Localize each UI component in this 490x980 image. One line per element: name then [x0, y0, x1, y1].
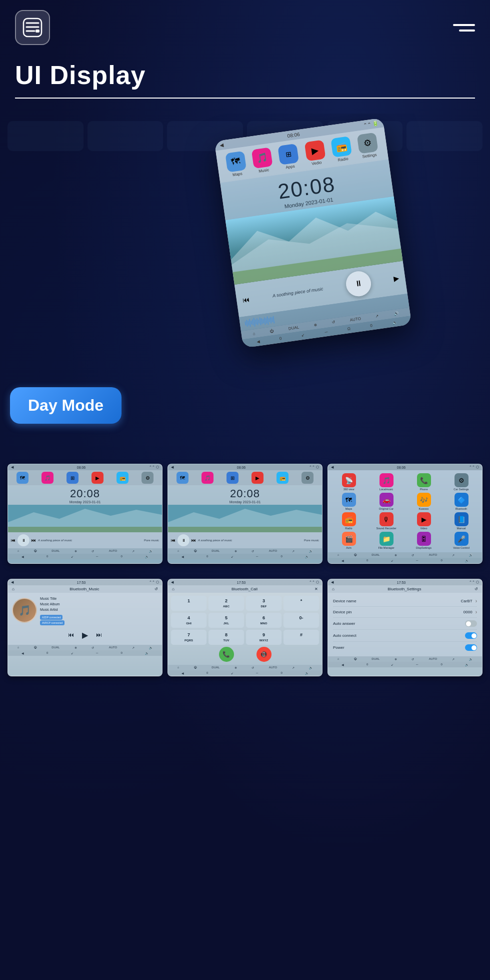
numpad-zero-dash[interactable]: 0- — [284, 613, 319, 628]
app-manual[interactable]: 📘 Manual — [444, 512, 479, 530]
mini-settings-2[interactable]: ⚙ — [302, 472, 314, 484]
device-nav-vedio[interactable]: ▶ Vedio — [304, 140, 326, 167]
bt-music-refresh-icon[interactable]: ↺ — [154, 587, 158, 591]
mini-app-grid: 📡 360 view 🎵 Localmusic 📞 Phone ⚙ Car Se… — [328, 470, 482, 552]
bt-tag-avrcp: AVRCP connected — [40, 620, 64, 625]
bt-settings-home-icon[interactable]: ⌂ — [332, 587, 334, 591]
bt-power-toggle[interactable] — [465, 644, 477, 651]
mini-play-2[interactable]: ⏸ — [178, 534, 190, 546]
svg-rect-14 — [168, 527, 322, 532]
bt-settings-bottom1: ⌂⏻DUAL❄↺AUTO↗🔊 — [328, 656, 482, 662]
day-mode-label: Day Mode — [10, 387, 122, 424]
bt-track-info: Music Title Music Album Music Artist A2D… — [40, 596, 66, 625]
hero-device: ◀ 08:06 ⌃⌃ 🔋 🗺 Maps 🎵 Music ⊞ — [214, 118, 412, 348]
app-disp-settings[interactable]: 🎛 DispSettings — [406, 532, 442, 549]
bt-device-pin-row[interactable]: Device pin 0000 › — [333, 607, 477, 618]
app-original-car[interactable]: 🚗 Original Car — [368, 493, 404, 510]
numpad-4[interactable]: 4GHI — [171, 613, 206, 628]
bt-music-home-icon[interactable]: ⌂ — [12, 587, 14, 591]
bt-music-header: ⌂ Bluetooth_Music ↺ — [8, 585, 162, 593]
device-nav-settings[interactable]: ⚙ Settings — [357, 133, 379, 160]
app-voice-control[interactable]: 🎤 Voice Control — [444, 532, 479, 549]
numpad-9[interactable]: 9WXYZ — [246, 630, 282, 645]
mini-music-1[interactable]: 🎵 — [42, 472, 54, 484]
svg-rect-11 — [8, 527, 162, 532]
app-maps[interactable]: 🗺 Maps — [331, 493, 366, 510]
mini-nav-1: 🗺 🎵 ⊞ ▶ 📻 ⚙ — [8, 470, 162, 485]
bt-device-pin-chevron: › — [476, 609, 477, 615]
device-nav-apps[interactable]: ⊞ Apps — [278, 144, 300, 171]
bt-call-close-icon[interactable]: ✕ — [314, 587, 318, 591]
bt-settings-back-icon[interactable]: ↺ — [474, 587, 478, 591]
app-bluetooth[interactable]: 🔷 Bluetooth — [444, 493, 479, 510]
mini-prev-1[interactable]: ⏮ — [11, 538, 16, 543]
mini-time-1: 20:08 Monday 2023-01-01 — [8, 485, 162, 505]
app-file-manager[interactable]: 📁 File Manager — [368, 532, 404, 549]
bt-music-content: 🎵 Music Title Music Album Music Artist A… — [8, 593, 162, 645]
mini-controls-2: ⏮ ⏸ ⏭ A soothing piece of music Pure mus… — [168, 532, 322, 548]
call-reject-button[interactable]: 📵 — [256, 647, 272, 662]
mini-apps-2[interactable]: ⊞ — [226, 472, 238, 484]
numpad-1[interactable]: 1 — [171, 596, 206, 611]
mini-bottom2-1: ◀0↙─0🔈 — [8, 554, 162, 559]
mini-bottom-3: ⌂⏻DUAL❄↺AUTO↗🔊 — [328, 552, 482, 558]
bt-next-icon[interactable]: ⏭ — [96, 631, 102, 638]
bt-track-artist: Music Artist — [40, 607, 66, 612]
numpad-7[interactable]: 7PQRS — [171, 630, 206, 645]
bt-track-album: Music Album — [40, 601, 66, 607]
device-play-button[interactable]: ⏸ — [344, 270, 372, 298]
numpad-star[interactable]: * — [284, 596, 319, 611]
mini-status-1: ◀ 08:06 ⌃⌃ ⬡ — [8, 464, 162, 470]
call-accept-button[interactable]: 📞 — [219, 647, 234, 662]
app-avin[interactable]: 🎬 Avin — [331, 532, 366, 549]
mini-next-2[interactable]: ⏭ — [192, 538, 196, 543]
mini-vedio-1[interactable]: ▶ — [92, 472, 104, 484]
hamburger-icon[interactable] — [453, 24, 475, 32]
app-360view[interactable]: 📡 360 view — [331, 473, 366, 491]
mini-radio-2[interactable]: 📻 — [276, 472, 288, 484]
device-prev-icon[interactable]: ⏮ — [242, 295, 250, 304]
app-video[interactable]: ▶ Video — [406, 512, 442, 530]
bt-prev-icon[interactable]: ⏮ — [68, 631, 74, 638]
app-phone[interactable]: 📞 Phone — [406, 473, 442, 491]
mini-radio-1[interactable]: 📻 — [116, 472, 128, 484]
numpad-3[interactable]: 3DEF — [246, 596, 282, 611]
bt-settings-header: ⌂ Bluetooth_Settings ↺ — [328, 585, 482, 593]
mini-vedio-2[interactable]: ▶ — [252, 472, 264, 484]
header — [0, 0, 490, 55]
mini-maps-2[interactable]: 🗺 — [176, 472, 188, 484]
numpad-2[interactable]: 2ABC — [208, 596, 244, 611]
app-radio[interactable]: 📻 Radio — [331, 512, 366, 530]
mini-settings-1[interactable]: ⚙ — [142, 472, 154, 484]
bt-auto-connect-toggle[interactable] — [465, 632, 477, 639]
bt-device-name-row[interactable]: Device name CarBT › — [333, 596, 477, 607]
device-nav-music[interactable]: 🎵 Music — [252, 147, 274, 174]
numpad-6[interactable]: 6MNO — [246, 613, 282, 628]
app-car-settings[interactable]: ⚙ Car Settings — [444, 473, 479, 491]
mini-device-3: ◀ 08:06 ⌃⌃ ⬡ 📡 360 view 🎵 Localmusic — [328, 464, 482, 564]
numpad-5[interactable]: 5JKL — [208, 613, 244, 628]
bt-call-home-icon[interactable]: ⌂ — [172, 587, 174, 591]
app-localmusic[interactable]: 🎵 Localmusic — [368, 473, 404, 491]
device-nav-radio[interactable]: 📻 Radio — [330, 136, 352, 163]
mini-prev-2[interactable]: ⏮ — [171, 538, 176, 543]
bt-auto-answer-toggle[interactable] — [465, 620, 477, 627]
mini-next-1[interactable]: ⏭ — [32, 538, 36, 543]
app-sound-recorder[interactable]: 🎙 Sound Recorder — [368, 512, 404, 530]
bt-device-pin-value: 0000 — [464, 610, 472, 614]
bt-device-pin-label: Device pin — [333, 610, 352, 614]
device-next-icon[interactable]: ▶ — [393, 274, 400, 283]
bt-settings-title: Bluetooth_Settings — [388, 587, 421, 591]
mini-music-2[interactable]: 🎵 — [202, 472, 214, 484]
mini-bottom2-3: ◀0↙─0🔈 — [328, 558, 482, 563]
device-nav-maps[interactable]: 🗺 Maps — [225, 151, 247, 178]
mini-maps-1[interactable]: 🗺 — [16, 472, 28, 484]
mini-time-2: 20:08 Monday 2023-01-01 — [168, 485, 322, 505]
numpad-hash[interactable]: # — [284, 630, 319, 645]
numpad-8[interactable]: 8TUV — [208, 630, 244, 645]
app-kuwooo[interactable]: 🎶 Kuwooo — [406, 493, 442, 510]
bt-album-art: 🎵 — [12, 598, 37, 623]
mini-play-1[interactable]: ⏸ — [18, 534, 30, 546]
mini-apps-1[interactable]: ⊞ — [66, 472, 78, 484]
bt-play-icon[interactable]: ▶ — [82, 630, 88, 640]
